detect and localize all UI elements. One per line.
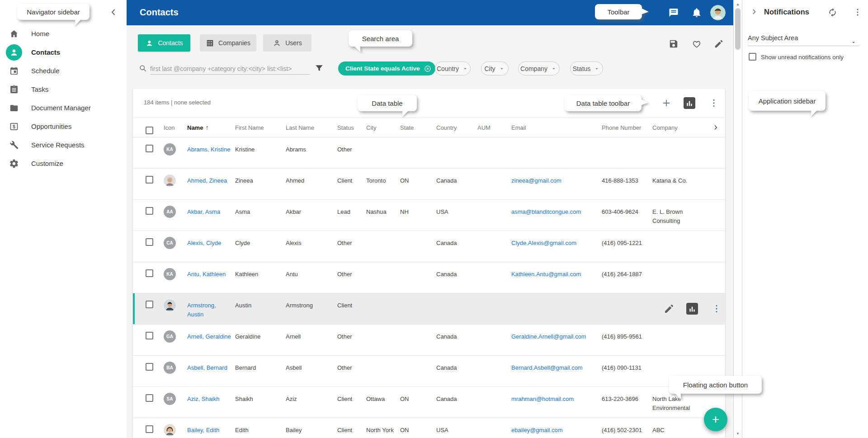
table-row[interactable]: Armstrong, AustinAustinArmstrongClient — [133, 293, 725, 325]
edit-button[interactable] — [713, 38, 725, 50]
cell-icon — [164, 418, 187, 438]
row-chart-button[interactable] — [686, 303, 698, 315]
chat-button[interactable] — [668, 7, 679, 19]
search-input[interactable] — [150, 63, 310, 75]
table-menu-button[interactable] — [708, 97, 720, 109]
sidebar-item-contacts[interactable]: Contacts — [0, 43, 127, 61]
table-row[interactable]: AAAkbar, AsmaAsmaAkbarLeadNashuaNHUSAasm… — [133, 200, 725, 231]
column-header-last-name[interactable]: Last Name — [286, 124, 337, 131]
add-record-button[interactable] — [660, 97, 672, 109]
save-search-button[interactable] — [668, 38, 679, 50]
cell-status: Other — [337, 231, 366, 248]
row-checkbox[interactable] — [146, 145, 153, 152]
sidebar-item-document-manager[interactable]: Document Manager — [0, 99, 127, 117]
name-link[interactable]: Bailey, Edith — [187, 427, 219, 433]
sidebar-item-customize[interactable]: Customize — [0, 154, 127, 173]
row-checkbox[interactable] — [146, 269, 153, 277]
name-link[interactable]: Alexis, Clyde — [187, 240, 221, 246]
scrollbar-thumb[interactable] — [735, 8, 741, 50]
cell-city: Ottawa — [366, 387, 400, 404]
name-link[interactable]: Asbell, Bernard — [187, 364, 227, 371]
row-checkbox[interactable] — [146, 425, 153, 433]
collapse-sidebar-button[interactable] — [107, 5, 120, 19]
row-checkbox[interactable] — [146, 238, 153, 246]
row-menu-button[interactable] — [711, 303, 722, 315]
tab-contacts[interactable]: Contacts — [138, 34, 190, 52]
column-header-country[interactable]: Country — [436, 124, 477, 131]
floating-action-button[interactable]: + — [704, 408, 727, 431]
email-link[interactable]: zineea@gmail.com — [511, 177, 561, 184]
name-link[interactable]: Ahmed, Zineea — [187, 177, 227, 184]
column-header-company[interactable]: Company — [652, 124, 708, 131]
refresh-button[interactable] — [826, 6, 838, 18]
filter-funnel-button[interactable] — [314, 63, 325, 74]
column-header-state[interactable]: State — [400, 124, 436, 131]
notifications-bell-button[interactable] — [691, 7, 703, 19]
table-row[interactable]: GAArnell, GeraldineGeraldineArnellOtherC… — [133, 325, 725, 356]
row-checkbox[interactable] — [146, 394, 153, 402]
column-header-icon[interactable]: Icon — [164, 124, 187, 131]
column-header-city[interactable]: City — [366, 124, 400, 131]
user-avatar[interactable] — [710, 5, 726, 20]
chart-view-button[interactable] — [684, 97, 695, 109]
vertical-scrollbar[interactable]: ▲ ▼ — [733, 0, 742, 438]
sidebar-item-opportunities[interactable]: $Opportunities — [0, 117, 127, 136]
name-link[interactable]: Armstrong, Austin — [187, 302, 216, 318]
sidebar-item-schedule[interactable]: Schedule — [0, 61, 127, 80]
callout-search-area: Search area — [349, 30, 412, 47]
unread-only-toggle[interactable]: Show unread notifications only — [749, 53, 844, 61]
filter-pill-country[interactable]: Country — [435, 61, 471, 75]
active-filter-chip[interactable]: Client State equals Active — [338, 61, 435, 75]
column-header-status[interactable]: Status — [337, 124, 366, 131]
name-link[interactable]: Arnell, Geraldine — [187, 333, 231, 340]
column-header-phone-number[interactable]: Phone Number — [602, 124, 652, 131]
sidebar-item-home[interactable]: Home — [0, 24, 127, 43]
name-link[interactable]: Akbar, Asma — [187, 208, 220, 215]
name-link[interactable]: Aziz, Shaikh — [187, 396, 220, 402]
scroll-down-icon[interactable]: ▼ — [734, 432, 742, 436]
row-checkbox[interactable] — [146, 176, 153, 184]
scroll-columns-right[interactable] — [708, 123, 725, 132]
email-link[interactable]: ebailey@gmail.com — [511, 427, 563, 433]
email-link[interactable]: Bernard.Asbell@gmail.com — [511, 364, 583, 371]
table-row[interactable]: BAAsbell, BernardBernardAsbellOtherCanad… — [133, 356, 725, 387]
table-row[interactable]: Bailey, EdithEdithBaileyClientNorth York… — [133, 418, 725, 438]
collapse-app-sidebar-button[interactable] — [749, 6, 760, 17]
filter-pill-status[interactable]: Status — [570, 61, 603, 75]
row-checkbox[interactable] — [146, 332, 153, 339]
table-row[interactable]: SAAziz, ShaikhShaikhAzizClientOttawaONCa… — [133, 387, 725, 418]
email-link[interactable]: Kathleen.Antu@gmail.com — [511, 271, 581, 278]
email-link[interactable]: Geraldine.Arnell@gmail.com — [511, 333, 586, 340]
column-header-email[interactable]: Email — [511, 124, 602, 131]
column-header-first-name[interactable]: First Name — [235, 124, 286, 131]
favorite-button[interactable] — [691, 38, 703, 50]
contact-initials-avatar: KA — [164, 268, 176, 280]
row-checkbox[interactable] — [146, 207, 153, 215]
email-link[interactable]: Clyde.Alexis@gmail.com — [511, 240, 576, 246]
tab-users[interactable]: Users — [263, 34, 311, 52]
filter-pill-company[interactable]: Company — [518, 61, 560, 75]
remove-filter-icon[interactable] — [424, 65, 432, 73]
email-link[interactable]: mrahman@hotmail.com — [511, 396, 574, 402]
row-checkbox[interactable] — [146, 363, 153, 371]
scroll-up-icon[interactable]: ▲ — [734, 2, 742, 6]
table-row[interactable]: CAAlexis, ClydeClydeAlexisOtherCanadaCly… — [133, 231, 725, 262]
table-row[interactable]: Ahmed, ZineeaZineeaAhmedClientTorontoONC… — [133, 169, 725, 200]
table-row[interactable]: KAAbrams, KristineKristineAbramsOther — [133, 137, 725, 169]
tab-companies[interactable]: Companies — [200, 34, 256, 52]
sidebar-item-tasks[interactable]: Tasks — [0, 80, 127, 99]
row-checkbox[interactable] — [146, 301, 153, 308]
table-row[interactable]: KAAntu, KathleenKathleenAntuOtherCanadaK… — [133, 262, 725, 293]
column-header-name[interactable]: Name↑ — [187, 124, 235, 131]
filter-pill-city[interactable]: City — [481, 61, 509, 75]
email-link[interactable]: asma@blanditcongue.com — [511, 208, 581, 215]
name-link[interactable]: Antu, Kathleen — [187, 271, 226, 278]
sidebar-item-service-requests[interactable]: Service Requests — [0, 136, 127, 154]
subject-area-select[interactable]: Any Subject Area — [748, 34, 859, 46]
edit-row-button[interactable] — [663, 303, 675, 315]
column-header-aum[interactable]: AUM — [477, 124, 511, 131]
sidebar-menu-button[interactable] — [852, 6, 863, 18]
unread-only-checkbox[interactable] — [749, 53, 756, 61]
name-link[interactable]: Abrams, Kristine — [187, 146, 230, 153]
select-all-checkbox[interactable] — [146, 127, 153, 134]
